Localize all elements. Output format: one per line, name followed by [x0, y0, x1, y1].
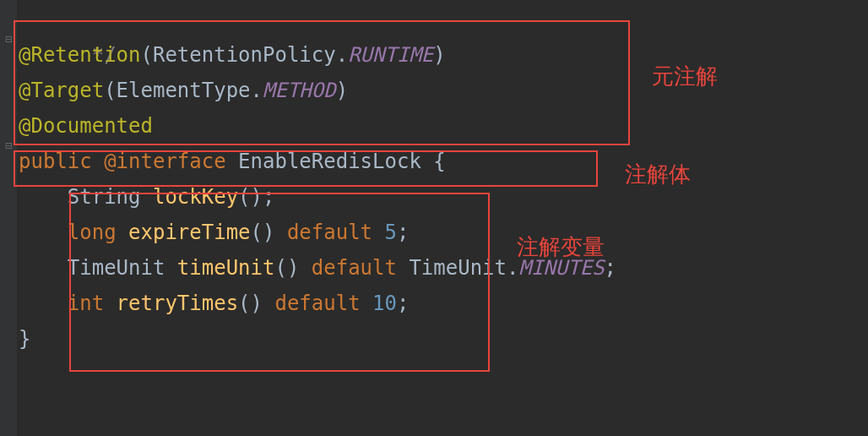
fold-marker-icon[interactable]: ⊟ — [5, 29, 12, 50]
interface-name: EnableRedisLock — [238, 150, 421, 173]
code-line: String lockKey(); — [19, 179, 616, 215]
annotation-retention: @Retention — [19, 43, 141, 67]
method-timeunit: timeUnit — [177, 256, 275, 280]
enum-runtime: RUNTIME — [348, 43, 433, 67]
fold-marker-icon[interactable]: ⊟ — [5, 135, 12, 156]
code-line: @Documented — [19, 108, 616, 144]
enum-method: METHOD — [263, 79, 336, 102]
code-line: int retryTimes() default 10; — [19, 286, 616, 321]
method-lockkey: lockKey — [153, 185, 238, 209]
code-editor[interactable]: */ @Retention(RetentionPolicy.RUNTIME) @… — [19, 0, 616, 357]
code-line: @Target(ElementType.METHOD) — [19, 73, 616, 108]
annotation-documented: @Documented — [19, 114, 153, 138]
method-retrytimes: retryTimes — [117, 292, 239, 315]
code-line: public @interface EnableRedisLock { — [19, 144, 616, 179]
method-expiretime: expireTime — [128, 221, 251, 244]
code-line: @Retention(RetentionPolicy.RUNTIME) — [19, 37, 616, 73]
code-line: */ — [19, 2, 616, 37]
keyword-at-interface: @interface — [104, 150, 226, 173]
label-meta-annotation: 元注解 — [652, 57, 718, 96]
label-annotation-body: 注解体 — [625, 155, 691, 194]
annotation-target: @Target — [19, 79, 104, 102]
keyword-public: public — [19, 150, 92, 173]
label-annotation-vars: 注解变量 — [517, 228, 605, 267]
code-line: } — [19, 321, 616, 357]
editor-gutter: ⊟ ⊟ — [0, 0, 17, 436]
